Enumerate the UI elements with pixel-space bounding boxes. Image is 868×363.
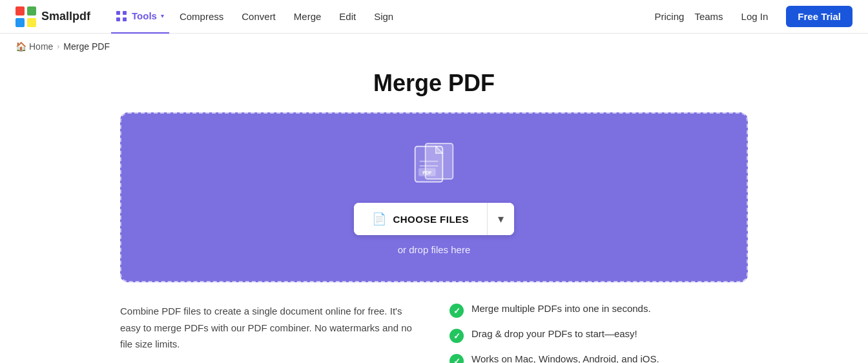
page-title: Merge PDF (0, 70, 868, 97)
features-list: ✓ Merge multiple PDFs into one in second… (450, 303, 748, 363)
chevron-down-icon: ▾ (161, 12, 164, 19)
chevron-down-icon: ▾ (498, 212, 504, 226)
grid-icon (116, 11, 127, 21)
breadcrumb-separator: › (57, 42, 59, 51)
svg-rect-2 (16, 18, 25, 27)
check-circle-2: ✓ (450, 329, 464, 343)
home-icon: 🏠 (16, 41, 26, 52)
login-button[interactable]: Log In (734, 7, 776, 26)
features-description: Combine PDF files to create a single doc… (120, 303, 418, 363)
choose-files-dropdown-button[interactable]: ▾ (488, 203, 514, 235)
nav-pricing[interactable]: Pricing (655, 11, 685, 22)
drop-zone[interactable]: PDF 📄 CHOOSE FILES ▾ or drop files here (120, 112, 748, 282)
breadcrumb-home[interactable]: 🏠 Home (16, 41, 53, 52)
breadcrumb: 🏠 Home › Merge PDF (0, 34, 868, 59)
logo[interactable]: Smallpdf (16, 6, 90, 27)
svg-text:PDF: PDF (422, 171, 432, 176)
nav-convert[interactable]: Convert (242, 8, 276, 25)
logo-icon (16, 6, 36, 27)
check-mark-2: ✓ (453, 331, 460, 341)
feature-item-2: ✓ Drag & drop your PDFs to start—easy! (450, 328, 748, 343)
svg-rect-0 (16, 6, 25, 16)
svg-rect-7 (123, 17, 127, 21)
pdf-merge-icon: PDF (408, 140, 460, 185)
tools-label: Tools (132, 10, 157, 21)
check-circle-3: ✓ (450, 354, 464, 363)
choose-files-row: 📄 CHOOSE FILES ▾ (354, 203, 514, 235)
svg-rect-5 (123, 11, 127, 15)
svg-rect-4 (116, 11, 120, 15)
check-mark-1: ✓ (453, 306, 460, 316)
breadcrumb-current: Merge PDF (63, 41, 110, 52)
logo-text: Smallpdf (41, 10, 90, 23)
check-circle-1: ✓ (450, 304, 464, 318)
pdf-icon-area: PDF (408, 140, 460, 187)
nav-teams[interactable]: Teams (694, 11, 723, 22)
tools-nav-item[interactable]: Tools ▾ (111, 0, 169, 34)
choose-files-button[interactable]: 📄 CHOOSE FILES (354, 203, 487, 235)
main-nav: Compress Convert Merge Edit Sign (180, 8, 393, 25)
features-section: Combine PDF files to create a single doc… (105, 303, 763, 363)
header: Smallpdf Tools ▾ Compress Convert Merge … (0, 0, 868, 34)
svg-rect-6 (116, 17, 120, 21)
svg-rect-3 (27, 18, 36, 27)
feature-item-3: ✓ Works on Mac, Windows, Android, and iO… (450, 353, 748, 363)
svg-rect-1 (27, 6, 36, 16)
check-mark-3: ✓ (453, 357, 460, 364)
drop-text: or drop files here (398, 244, 471, 255)
header-right: Pricing Teams Log In Free Trial (655, 6, 852, 27)
nav-edit[interactable]: Edit (339, 8, 356, 25)
file-icon: 📄 (372, 212, 387, 226)
nav-merge[interactable]: Merge (294, 8, 322, 25)
nav-compress[interactable]: Compress (180, 8, 223, 25)
feature-item-1: ✓ Merge multiple PDFs into one in second… (450, 303, 748, 318)
free-trial-button[interactable]: Free Trial (786, 6, 852, 27)
drop-zone-container: PDF 📄 CHOOSE FILES ▾ or drop files here (105, 112, 763, 282)
nav-sign[interactable]: Sign (374, 8, 393, 25)
